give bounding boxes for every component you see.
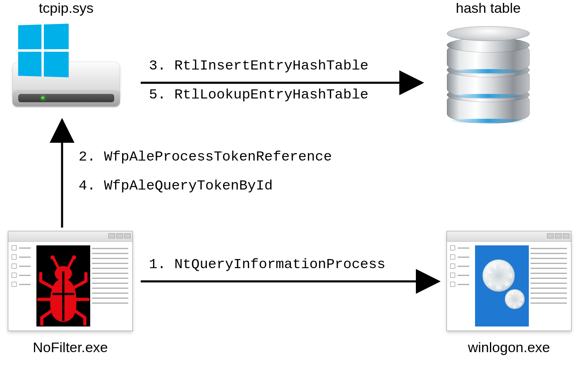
- step1-label: 1. NtQueryInformationProcess: [149, 257, 385, 272]
- winlogon-label: winlogon.exe: [443, 339, 575, 355]
- bug-malware-icon: [36, 245, 90, 326]
- app-window-malware: [8, 231, 133, 331]
- svg-line-3: [54, 259, 59, 269]
- hashtable-label: hash table: [430, 0, 546, 16]
- windows-logo-icon: [18, 24, 70, 79]
- node-hash-table: hash table: [430, 0, 546, 124]
- nofilter-label: NoFilter.exe: [4, 339, 137, 355]
- step2-label: 2. WfpAleProcessTokenReference: [79, 149, 332, 165]
- app-window-settings: [446, 231, 571, 331]
- svg-point-6: [72, 255, 76, 259]
- gear-settings-icon: [475, 245, 529, 326]
- step4-label: 4. WfpAleQueryTokenById: [79, 178, 273, 194]
- tcpip-label: tcpip.sys: [8, 0, 124, 16]
- svg-line-4: [67, 259, 73, 269]
- node-nofilter-exe: NoFilter.exe: [4, 231, 137, 355]
- step3-label: 3. RtlInsertEntryHashTable: [149, 58, 369, 74]
- windows-driver-icon: [12, 20, 120, 103]
- svg-rect-1: [62, 271, 64, 321]
- node-winlogon-exe: winlogon.exe: [443, 231, 575, 355]
- node-tcpip-sys: tcpip.sys: [8, 0, 124, 103]
- database-cylinder-icon: [447, 33, 530, 124]
- step5-label: 5. RtlLookupEntryHashTable: [149, 87, 369, 103]
- svg-rect-2: [53, 293, 74, 295]
- svg-point-5: [50, 255, 55, 259]
